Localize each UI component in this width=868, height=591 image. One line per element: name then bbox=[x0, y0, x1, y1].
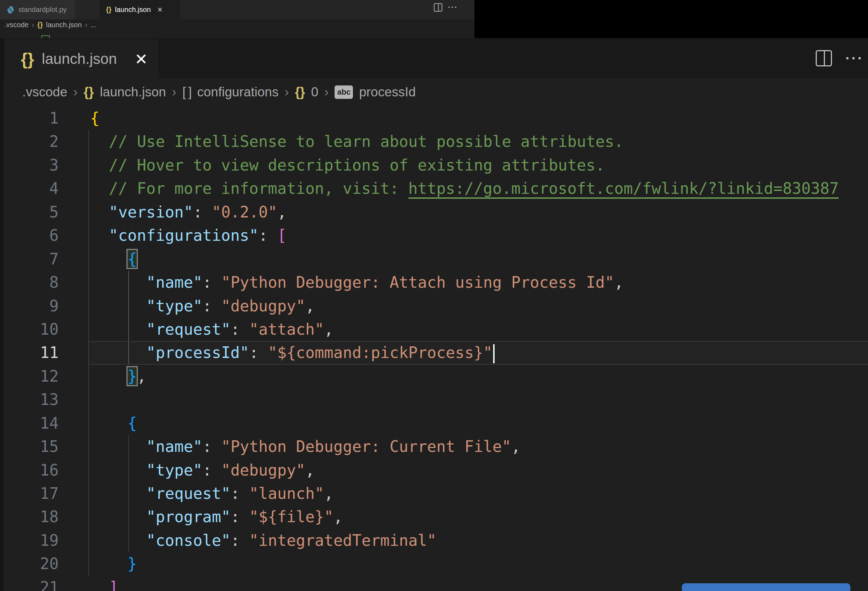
breadcrumb-folder[interactable]: .vscode bbox=[4, 21, 29, 29]
line-number[interactable]: 12 bbox=[3, 365, 59, 388]
code-text: { bbox=[90, 107, 100, 130]
code-token: "${command:pickProcess}" bbox=[268, 343, 493, 361]
code-line[interactable]: 2 // Use IntelliSense to learn about pos… bbox=[3, 130, 868, 153]
line-number[interactable]: 19 bbox=[3, 529, 59, 552]
line-number[interactable]: 7 bbox=[3, 248, 59, 271]
breadcrumb-configurations[interactable]: configurations bbox=[197, 85, 278, 100]
code-line[interactable]: 3 // Hover to view descriptions of exist… bbox=[3, 153, 868, 177]
breadcrumb-symbol[interactable]: processId bbox=[359, 85, 415, 100]
code-token: , bbox=[324, 320, 334, 338]
close-icon[interactable]: ✕ bbox=[157, 6, 163, 14]
split-editor-icon[interactable] bbox=[434, 3, 442, 12]
more-actions-icon[interactable]: ··· bbox=[845, 54, 864, 62]
line-number[interactable]: 2 bbox=[3, 130, 59, 153]
close-icon[interactable]: ✕ bbox=[134, 50, 148, 68]
chevron-right-icon: › bbox=[172, 85, 176, 100]
code-line[interactable]: 13 bbox=[3, 388, 868, 411]
split-editor-icon[interactable] bbox=[816, 50, 832, 66]
line-number[interactable]: 14 bbox=[3, 412, 59, 435]
code-token: : bbox=[249, 343, 268, 361]
link-text[interactable]: https://go.microsoft.com/fwlink/?linkid=… bbox=[408, 179, 839, 199]
code-line[interactable]: 19 "console": "integratedTerminal" bbox=[3, 529, 868, 552]
line-number[interactable]: 21 bbox=[3, 576, 59, 591]
code-line[interactable]: 20 } bbox=[3, 552, 868, 575]
code-token: // For more information, visit: bbox=[109, 179, 408, 197]
code-line[interactable]: 9 "type": "debugpy", bbox=[3, 295, 868, 318]
code-token: { bbox=[90, 109, 100, 127]
code-text: "request": "attach", bbox=[90, 318, 334, 341]
line-number[interactable]: 18 bbox=[3, 505, 59, 529]
line-number[interactable]: 20 bbox=[3, 552, 59, 575]
code-token: "debugpy" bbox=[221, 461, 305, 479]
line-number[interactable]: 6 bbox=[3, 224, 59, 247]
line-number[interactable]: 8 bbox=[3, 271, 59, 294]
code-line[interactable]: 10 "request": "attach", bbox=[3, 318, 868, 341]
mini-editor-sliver bbox=[0, 30, 474, 38]
chevron-right-icon: › bbox=[74, 85, 78, 100]
code-line[interactable]: 12 }, bbox=[3, 365, 868, 388]
array-brackets-icon: [ ] bbox=[182, 85, 191, 100]
code-token: : bbox=[193, 203, 212, 221]
json-braces-icon: {} bbox=[84, 85, 94, 100]
code-line[interactable]: 18 "program": "${file}", bbox=[3, 505, 868, 529]
mini-editor-actions: ··· bbox=[434, 3, 458, 12]
line-number[interactable]: 16 bbox=[3, 458, 59, 482]
code-line[interactable]: 15 "name": "Python Debugger: Current Fil… bbox=[3, 435, 868, 458]
code-line[interactable]: 1{ bbox=[3, 107, 868, 130]
mini-tab-label: standardplot.py bbox=[18, 6, 67, 14]
code-line[interactable]: 8 "name": "Python Debugger: Attach using… bbox=[3, 271, 868, 294]
code-token: [ bbox=[278, 226, 287, 244]
code-token: "version" bbox=[109, 203, 193, 221]
breadcrumb-folder[interactable]: .vscode bbox=[22, 85, 68, 100]
code-line[interactable]: 7 { bbox=[3, 248, 868, 271]
code-line[interactable]: 11 "processId": "${command:pickProcess}" bbox=[3, 341, 868, 364]
code-text: "request": "launch", bbox=[90, 482, 334, 505]
chevron-right-icon: › bbox=[284, 85, 289, 100]
code-token: : bbox=[202, 461, 221, 479]
breadcrumb-index[interactable]: 0 bbox=[311, 85, 319, 100]
line-number[interactable]: 4 bbox=[3, 177, 59, 200]
line-number[interactable]: 1 bbox=[3, 107, 59, 130]
mini-tab-launch-json[interactable]: {} launch.json ✕ bbox=[100, 0, 180, 19]
code-line[interactable]: 17 "request": "launch", bbox=[3, 482, 868, 505]
mini-tab-standardplot[interactable]: standardplot.py bbox=[0, 0, 75, 19]
chevron-right-icon: › bbox=[324, 85, 329, 100]
code-text: { bbox=[90, 412, 137, 435]
add-configuration-button[interactable] bbox=[682, 583, 850, 591]
line-number[interactable]: 5 bbox=[3, 200, 59, 224]
code-line[interactable]: 14 { bbox=[3, 412, 868, 435]
code-token: "launch" bbox=[249, 484, 324, 503]
code-text: "console": "integratedTerminal" bbox=[90, 529, 436, 552]
code-line[interactable]: 4 // For more information, visit: https:… bbox=[3, 177, 868, 200]
line-number[interactable]: 10 bbox=[3, 318, 59, 341]
tab-launch-json[interactable]: {} launch.json ✕ bbox=[5, 40, 158, 78]
code-token: "processId" bbox=[146, 343, 249, 361]
code-token: "Python Debugger: Attach using Process I… bbox=[221, 273, 614, 291]
code-line[interactable]: 5 "version": "0.2.0", bbox=[3, 200, 868, 224]
more-actions-icon[interactable]: ··· bbox=[448, 3, 458, 12]
breadcrumb-more[interactable]: ... bbox=[90, 21, 96, 29]
code-line[interactable]: 6 "configurations": [ bbox=[3, 224, 868, 247]
code-token: : bbox=[230, 484, 249, 503]
line-number[interactable]: 11 bbox=[3, 341, 59, 364]
code-line[interactable]: 16 "type": "debugpy", bbox=[3, 458, 868, 482]
breadcrumb-file[interactable]: launch.json bbox=[100, 85, 166, 100]
code-token: "type" bbox=[146, 297, 202, 315]
line-number[interactable]: 9 bbox=[3, 295, 59, 318]
code-token: , bbox=[305, 461, 315, 479]
code-editor[interactable]: 1{2 // Use IntelliSense to learn about p… bbox=[3, 106, 868, 591]
code-token: // Use IntelliSense to learn about possi… bbox=[109, 133, 623, 150]
code-token: ] bbox=[109, 578, 118, 591]
line-number[interactable]: 13 bbox=[3, 388, 59, 411]
line-number[interactable]: 15 bbox=[3, 435, 59, 458]
breadcrumb-file[interactable]: launch.json bbox=[46, 21, 81, 29]
code-token: "request" bbox=[146, 484, 230, 503]
symbol-string-icon: abc bbox=[335, 85, 353, 99]
line-number[interactable]: 3 bbox=[3, 153, 59, 177]
code-token: , bbox=[511, 438, 521, 455]
text-cursor bbox=[493, 344, 495, 363]
editor-tab-bar: {} launch.json ✕ ··· bbox=[3, 38, 868, 78]
line-number[interactable]: 17 bbox=[3, 482, 59, 505]
code-token: "configurations" bbox=[109, 226, 258, 244]
code-lines: 1{2 // Use IntelliSense to learn about p… bbox=[3, 107, 868, 591]
